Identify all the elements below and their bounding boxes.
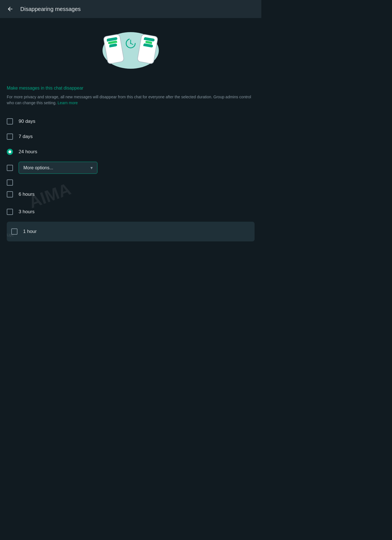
radio-24hours[interactable] xyxy=(7,149,13,155)
checkbox-more-options[interactable] xyxy=(7,165,13,171)
options-list: 90 days 7 days 24 hours More options... … xyxy=(7,114,255,186)
option-label-6hours: 6 hours xyxy=(19,192,35,197)
chat-bubble-3 xyxy=(109,43,117,48)
description-text: For more privacy and storage, all new me… xyxy=(7,94,255,106)
main-content: Make messages in this chat disappear For… xyxy=(0,80,261,248)
page-title: Disappearing messages xyxy=(20,6,81,12)
back-button[interactable] xyxy=(6,5,15,14)
option-1hour[interactable]: 1 hour xyxy=(7,222,255,241)
timer-icon xyxy=(125,38,136,51)
checkbox-6hours[interactable] xyxy=(7,191,13,197)
expanded-options: 6 hours 3 hours 1 hour xyxy=(7,186,255,241)
phones-graphic xyxy=(97,29,164,74)
header: Disappearing messages xyxy=(0,0,261,18)
learn-more-link[interactable]: Learn more xyxy=(58,101,78,105)
illustration-area xyxy=(0,18,261,80)
svg-point-3 xyxy=(130,43,131,44)
option-90days[interactable]: 90 days xyxy=(7,114,255,129)
checkbox-7days[interactable] xyxy=(7,134,13,140)
empty-option-row xyxy=(7,176,255,186)
section-title: Make messages in this chat disappear xyxy=(7,86,255,91)
more-options-row: More options... 6 hours 3 hours 1 hour ▼ xyxy=(7,159,255,176)
option-label-1hour: 1 hour xyxy=(23,229,37,234)
option-label-90days: 90 days xyxy=(19,119,35,124)
option-label-24hours: 24 hours xyxy=(19,149,37,155)
checkbox-3hours[interactable] xyxy=(7,209,13,215)
option-7days[interactable]: 7 days xyxy=(7,129,255,144)
option-label-7days: 7 days xyxy=(19,134,33,139)
option-3hours[interactable]: 3 hours xyxy=(7,203,255,221)
option-24hours[interactable]: 24 hours xyxy=(7,144,255,159)
more-options-dropdown[interactable]: More options... 6 hours 3 hours 1 hour xyxy=(19,162,97,174)
option-6hours[interactable]: 6 hours xyxy=(7,186,255,203)
checkbox-90days[interactable] xyxy=(7,118,13,125)
checkbox-empty[interactable] xyxy=(7,179,13,186)
radio-inner-24hours xyxy=(8,150,11,153)
option-label-3hours: 3 hours xyxy=(19,209,35,215)
upc-label: Upc xyxy=(7,233,14,237)
dropdown-container: More options... 6 hours 3 hours 1 hour ▼ xyxy=(19,162,97,174)
